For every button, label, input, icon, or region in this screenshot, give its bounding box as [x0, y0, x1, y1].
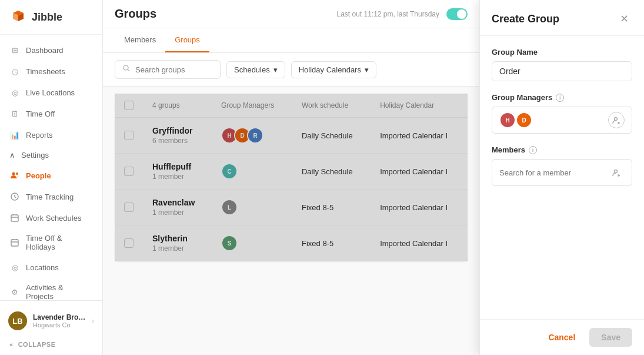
svg-point-6 — [124, 65, 128, 70]
table-container: 4 groups Group Managers Work schedule Ho… — [103, 87, 479, 355]
tracking-icon — [9, 191, 20, 202]
app-name: Jibble — [32, 11, 62, 24]
holiday-calendars-label: Holiday Calendars — [299, 65, 361, 74]
members-field: Members i — [492, 145, 632, 186]
svg-point-8 — [615, 170, 618, 173]
schedules-label: Schedules — [234, 65, 270, 74]
sidebar-item-label: People — [26, 171, 51, 180]
sidebar-item-work-schedules[interactable]: Work Schedules — [0, 207, 102, 228]
sidebar-item-label: Activities & Projects — [26, 283, 93, 300]
sidebar-item-dashboard[interactable]: ⊞ Dashboard — [0, 39, 102, 61]
panel-body: Group Name Group Managers i H D — [480, 36, 644, 319]
last-out-text: Last out 11:12 pm, last Thursday — [336, 10, 439, 18]
header-right: Last out 11:12 pm, last Thursday — [336, 8, 468, 20]
group-managers-field: Group Managers i H D — [492, 93, 632, 134]
cancel-button[interactable]: Cancel — [541, 328, 582, 347]
close-button[interactable]: ✕ — [616, 11, 632, 27]
holiday-calendars-dropdown[interactable]: Holiday Calendars ▾ — [291, 61, 376, 78]
sidebar-item-time-off-holidays[interactable]: Time Off & Holidays — [0, 228, 102, 257]
collapse-icon: « — [9, 341, 14, 348]
sidebar-item-time-tracking[interactable]: Time Tracking — [0, 186, 102, 207]
members-label: Members i — [492, 145, 632, 154]
avatar: LB — [8, 311, 27, 330]
search-box[interactable] — [115, 60, 221, 79]
chevron-down-icon: ▾ — [365, 65, 369, 74]
member-search-box — [492, 159, 632, 186]
group-name-field: Group Name — [492, 48, 632, 81]
settings-section[interactable]: ∧ Settings — [0, 145, 102, 165]
sidebar-footer: LB Lavender Brown Hogwarts Co › « COLLAP… — [0, 300, 102, 355]
sidebar-item-reports[interactable]: 📊 Reports — [0, 124, 102, 145]
managers-info-icon[interactable]: i — [556, 94, 564, 102]
reports-icon: 📊 — [9, 130, 20, 140]
create-group-panel: Create Group ✕ Group Name Group Managers… — [479, 0, 644, 355]
add-member-button[interactable] — [608, 164, 625, 181]
add-manager-button[interactable] — [608, 112, 625, 128]
page-title: Groups — [115, 7, 156, 21]
sidebar-item-live-locations[interactable]: ◎ Live Locations — [0, 82, 102, 103]
user-name: Lavender Brown — [33, 313, 86, 321]
activities-icon: ⚙ — [9, 287, 20, 297]
managers-box: H D — [492, 107, 632, 134]
modal-overlay — [115, 94, 468, 261]
toolbar: Schedules ▾ Holiday Calendars ▾ — [103, 53, 479, 87]
settings-label: Settings — [21, 151, 49, 160]
chevron-up-icon: ∧ — [9, 151, 15, 160]
members-info-icon[interactable]: i — [529, 146, 537, 154]
sidebar: Jibble ⊞ Dashboard ◷ Timesheets ◎ Live L… — [0, 0, 103, 355]
location-icon: ◎ — [9, 87, 20, 98]
group-name-input[interactable] — [492, 61, 632, 81]
manager-avatar-2: D — [516, 112, 532, 128]
people-icon — [9, 170, 20, 181]
panel-title: Create Group — [492, 13, 559, 25]
sidebar-item-label: Work Schedules — [26, 214, 81, 223]
tab-members-label: Members — [124, 35, 156, 44]
panel-footer: Cancel Save — [480, 319, 644, 355]
sidebar-item-label: Time Off — [26, 110, 55, 118]
schedules-icon — [9, 213, 20, 223]
main-content: Groups Last out 11:12 pm, last Thursday … — [103, 0, 479, 355]
search-input[interactable] — [135, 65, 213, 74]
tab-members[interactable]: Members — [115, 28, 165, 52]
svg-rect-5 — [11, 240, 18, 246]
timesheets-icon: ◷ — [9, 66, 20, 77]
svg-rect-4 — [11, 215, 18, 221]
sidebar-item-label: Locations — [26, 263, 59, 272]
jibble-logo-icon — [9, 8, 27, 26]
sidebar-item-label: Live Locations — [26, 88, 75, 97]
sidebar-item-people[interactable]: People — [0, 165, 102, 186]
sidebar-item-locations[interactable]: ◎ Locations — [0, 257, 102, 278]
collapse-button[interactable]: « COLLAPSE — [0, 336, 102, 355]
tab-groups-label: Groups — [175, 35, 200, 44]
sidebar-item-label: Time Tracking — [26, 193, 74, 201]
svg-point-1 — [12, 172, 15, 175]
sidebar-navigation: ⊞ Dashboard ◷ Timesheets ◎ Live Location… — [0, 35, 102, 300]
save-button[interactable]: Save — [589, 328, 632, 347]
user-profile[interactable]: LB Lavender Brown Hogwarts Co › — [0, 306, 102, 336]
page-header: Groups Last out 11:12 pm, last Thursday — [103, 0, 479, 28]
svg-point-7 — [615, 118, 618, 121]
user-company: Hogwarts Co — [33, 321, 86, 329]
sidebar-item-label: Dashboard — [26, 46, 64, 55]
schedules-dropdown[interactable]: Schedules ▾ — [226, 61, 285, 78]
managers-avatars: H D — [499, 112, 529, 128]
chevron-right-icon: › — [92, 317, 94, 325]
sidebar-item-label: Reports — [26, 131, 53, 140]
tab-groups[interactable]: Groups — [165, 28, 209, 52]
sidebar-item-label: Time Off & Holidays — [26, 234, 93, 251]
group-managers-label: Group Managers i — [492, 93, 632, 102]
sidebar-item-activities-projects[interactable]: ⚙ Activities & Projects — [0, 278, 102, 300]
panel-header: Create Group ✕ — [480, 0, 644, 36]
toggle-switch[interactable] — [446, 8, 468, 20]
dashboard-icon: ⊞ — [9, 45, 20, 55]
timeoff2-icon — [9, 237, 20, 248]
timeoff-icon: 🗓 — [9, 108, 20, 119]
member-search-input[interactable] — [499, 168, 603, 177]
logo-area[interactable]: Jibble — [0, 0, 102, 35]
user-details: Lavender Brown Hogwarts Co — [33, 313, 86, 329]
search-icon — [122, 64, 131, 75]
sidebar-item-time-off[interactable]: 🗓 Time Off — [0, 103, 102, 124]
sidebar-item-label: Timesheets — [26, 67, 65, 76]
tab-bar: Members Groups — [103, 28, 479, 53]
sidebar-item-timesheets[interactable]: ◷ Timesheets — [0, 61, 102, 82]
